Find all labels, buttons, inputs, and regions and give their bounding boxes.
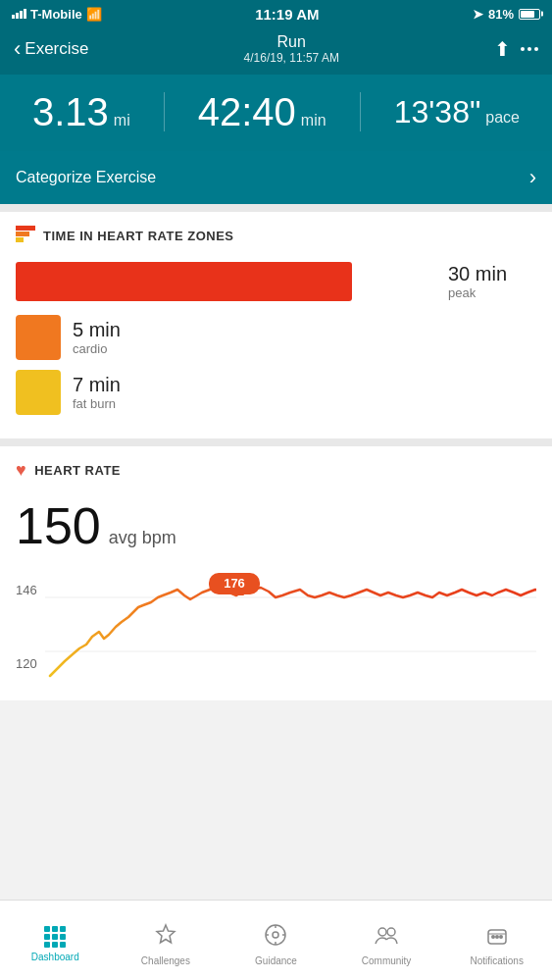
nav-title: Run 4/16/19, 11:57 AM (244, 33, 339, 65)
peak-zone-row: 30 min peak (16, 262, 536, 301)
cardio-zone-row: 5 min cardio (16, 315, 536, 360)
avg-bpm-unit: avg bpm (109, 528, 176, 548)
distance-unit: mi (114, 112, 130, 129)
fatburn-time: 7 min (73, 374, 121, 396)
fatburn-zone-info: 7 min fat burn (73, 374, 121, 411)
svg-point-15 (378, 928, 386, 936)
hr-title: HEART RATE (34, 463, 121, 478)
hr-header: ♥ HEART RATE (16, 460, 536, 481)
fatburn-box (16, 370, 61, 415)
tab-notifications-label: Notifications (470, 955, 523, 966)
heart-rate-chart: 146 120 176 (16, 563, 536, 700)
back-button[interactable]: ‹ Exercise (14, 36, 89, 62)
chart-label-146: 146 (16, 583, 37, 597)
divider-2 (0, 438, 552, 446)
more-dot-3 (534, 47, 538, 51)
avg-bpm-value: 150 (16, 496, 101, 555)
fatburn-name: fat burn (73, 396, 121, 411)
time-label: 11:19 AM (255, 6, 319, 23)
status-bar-left: T-Mobile 📶 (12, 7, 102, 22)
nav-header: ‹ Exercise Run 4/16/19, 11:57 AM ⬆ (0, 27, 552, 75)
peak-name: peak (448, 285, 536, 300)
pace-stat: 13'38" pace (394, 96, 520, 128)
battery-label: 81% (488, 7, 514, 22)
pace-unit: pace (485, 109, 520, 127)
nav-title-main: Run (244, 33, 339, 51)
peak-bar (16, 262, 352, 301)
categorize-button[interactable]: Categorize Exercise › (0, 151, 552, 204)
more-button[interactable] (521, 47, 538, 51)
duration-unit: min (301, 112, 326, 129)
battery-icon (519, 9, 540, 20)
back-chevron-icon: ‹ (14, 36, 21, 62)
status-bar-right: ➤ 81% (473, 7, 540, 22)
stat-divider-1 (164, 92, 165, 131)
cardio-time: 5 min (73, 319, 121, 341)
more-dot-1 (521, 47, 525, 51)
stat-divider-2 (360, 92, 361, 131)
svg-marker-8 (157, 925, 175, 943)
location-icon: ➤ (473, 7, 483, 22)
svg-point-19 (495, 935, 499, 939)
tab-challenges-label: Challenges (141, 955, 190, 966)
avg-bpm-row: 150 avg bpm (16, 496, 536, 555)
cardio-name: cardio (73, 341, 121, 356)
carrier-label: T-Mobile (30, 7, 82, 22)
svg-rect-0 (16, 226, 35, 231)
more-dot-2 (527, 47, 531, 51)
heart-icon: ♥ (16, 460, 26, 481)
svg-point-18 (491, 935, 495, 939)
cardio-zone-info: 5 min cardio (73, 319, 121, 356)
pace-value: 13'38" (394, 96, 481, 128)
tab-notifications[interactable]: Notifications (441, 901, 552, 980)
peak-zone-info: 30 min peak (448, 263, 536, 300)
stats-row: 3.13 mi 42:40 min 13'38" pace (0, 75, 552, 151)
guidance-icon (263, 922, 288, 952)
distance-value: 3.13 (32, 92, 109, 131)
dashboard-icon (44, 926, 66, 948)
signal-icon (12, 9, 26, 19)
peak-tooltip: 176 (209, 573, 260, 594)
community-icon (374, 922, 399, 952)
svg-text:176: 176 (224, 576, 245, 591)
tab-community[interactable]: Community (331, 901, 442, 980)
peak-bar-container (16, 262, 436, 301)
challenges-icon (153, 922, 178, 952)
cardio-box (16, 315, 61, 360)
zones-title: TIME IN HEART RATE ZONES (43, 229, 233, 243)
duration-value: 42:40 (198, 92, 296, 131)
zones-header: TIME IN HEART RATE ZONES (16, 226, 536, 246)
distance-stat: 3.13 mi (32, 92, 130, 131)
notifications-icon (484, 922, 510, 952)
nav-actions: ⬆ (494, 37, 538, 61)
peak-time: 30 min (448, 263, 536, 285)
zones-icon (16, 226, 35, 246)
tab-dashboard[interactable]: Dashboard (0, 901, 111, 980)
svg-rect-1 (16, 232, 29, 236)
divider-1 (0, 204, 552, 212)
tab-bar: Dashboard Challenges Guidance (0, 900, 552, 980)
tab-guidance[interactable]: Guidance (221, 901, 331, 980)
tab-community-label: Community (362, 955, 412, 966)
svg-point-16 (387, 928, 395, 936)
categorize-chevron-icon: › (529, 165, 536, 190)
svg-rect-2 (16, 237, 24, 242)
tab-dashboard-label: Dashboard (31, 952, 79, 962)
tab-guidance-label: Guidance (255, 955, 297, 966)
duration-stat: 42:40 min (198, 92, 326, 131)
back-label: Exercise (25, 39, 88, 59)
chart-label-120: 120 (16, 656, 37, 671)
heart-rate-section: ♥ HEART RATE 150 avg bpm 146 120 (0, 446, 552, 700)
share-icon[interactable]: ⬆ (494, 37, 511, 61)
fatburn-zone-row: 7 min fat burn (16, 370, 536, 415)
status-bar: T-Mobile 📶 11:19 AM ➤ 81% (0, 0, 552, 27)
nav-subtitle: 4/16/19, 11:57 AM (244, 51, 339, 65)
heart-rate-zones-section: TIME IN HEART RATE ZONES 30 min peak 5 m… (0, 212, 552, 438)
tab-challenges[interactable]: Challenges (111, 901, 222, 980)
hr-chart-svg: 176 (45, 568, 536, 696)
categorize-label: Categorize Exercise (16, 169, 156, 186)
wifi-icon: 📶 (86, 7, 102, 22)
svg-point-10 (273, 932, 278, 938)
svg-point-20 (499, 935, 503, 939)
